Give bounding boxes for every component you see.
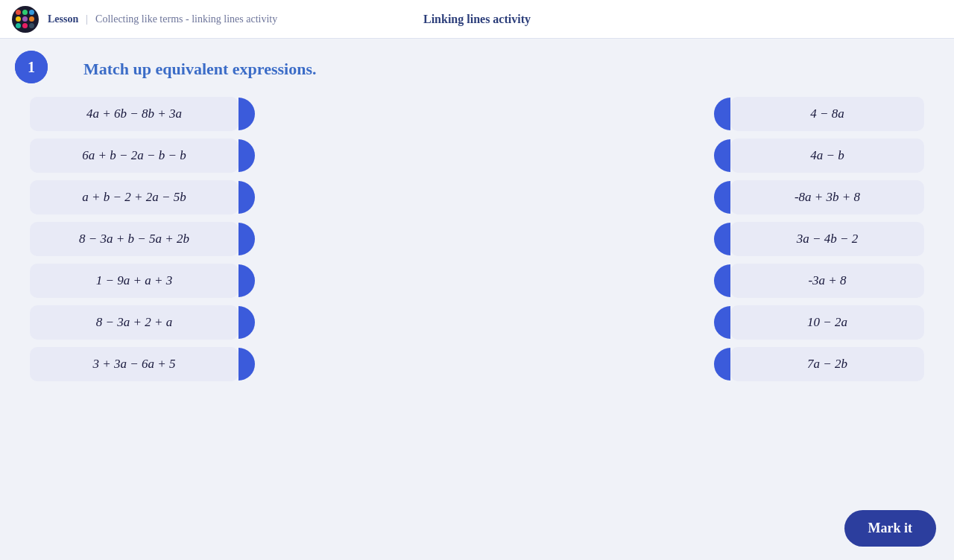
app-logo[interactable] bbox=[12, 6, 39, 33]
connector-left-3[interactable] bbox=[714, 181, 730, 214]
right-expr-box-1[interactable]: 4 − 8a bbox=[730, 97, 924, 131]
header: Lesson | Collecting like terms - linking… bbox=[0, 0, 954, 39]
right-expr-box-4[interactable]: 3a − 4b − 2 bbox=[730, 222, 924, 256]
left-expr-row-1[interactable]: 4a + 6b − 8b + 3a bbox=[30, 97, 447, 131]
left-expr-box-6[interactable]: 8 − 3a + 2 + a bbox=[30, 305, 238, 340]
header-separator: | bbox=[86, 13, 88, 25]
right-expr-row-7[interactable]: 7a − 2b bbox=[714, 347, 924, 381]
connector-left-6[interactable] bbox=[714, 306, 730, 339]
left-expr-row-6[interactable]: 8 − 3a + 2 + a bbox=[30, 305, 447, 340]
left-expr-row-7[interactable]: 3 + 3a − 6a + 5 bbox=[30, 347, 447, 381]
page-title: Linking lines activity bbox=[405, 13, 549, 26]
right-expr-row-6[interactable]: 10 − 2a bbox=[714, 305, 924, 340]
left-expr-box-3[interactable]: a + b − 2 + 2a − 5b bbox=[30, 180, 238, 214]
right-expr-box-3[interactable]: -8a + 3b + 8 bbox=[730, 180, 924, 214]
connector-left-7[interactable] bbox=[714, 348, 730, 381]
left-expr-box-4[interactable]: 8 − 3a + b − 5a + 2b bbox=[30, 222, 238, 256]
right-expr-row-5[interactable]: -3a + 8 bbox=[714, 264, 924, 298]
connector-left-4[interactable] bbox=[714, 223, 730, 255]
right-expr-row-2[interactable]: 4a − b bbox=[714, 139, 924, 173]
right-expr-row-1[interactable]: 4 − 8a bbox=[714, 97, 924, 131]
left-expr-row-5[interactable]: 1 − 9a + a + 3 bbox=[30, 264, 447, 298]
connector-right-2[interactable] bbox=[238, 139, 255, 172]
left-expressions: 4a + 6b − 8b + 3a 6a + b − 2a − b − b a … bbox=[30, 97, 447, 381]
right-expr-row-3[interactable]: -8a + 3b + 8 bbox=[714, 180, 924, 214]
left-expr-box-2[interactable]: 6a + b − 2a − b − b bbox=[30, 139, 238, 173]
lesson-label[interactable]: Lesson bbox=[48, 13, 78, 25]
connector-right-5[interactable] bbox=[238, 264, 255, 297]
left-expr-row-2[interactable]: 6a + b − 2a − b − b bbox=[30, 139, 447, 173]
left-expr-row-3[interactable]: a + b − 2 + 2a − 5b bbox=[30, 180, 447, 214]
right-expr-box-2[interactable]: 4a − b bbox=[730, 139, 924, 173]
right-expressions: 4 − 8a 4a − b -8a + 3b + 8 3a − 4b − 2 bbox=[507, 97, 924, 381]
left-expr-row-4[interactable]: 8 − 3a + b − 5a + 2b bbox=[30, 222, 447, 256]
connector-left-1[interactable] bbox=[714, 98, 730, 130]
connector-right-6[interactable] bbox=[238, 306, 255, 339]
connector-right-1[interactable] bbox=[238, 98, 255, 130]
middle-spacer bbox=[447, 97, 507, 381]
connector-right-3[interactable] bbox=[238, 181, 255, 214]
right-expr-box-6[interactable]: 10 − 2a bbox=[730, 305, 924, 340]
breadcrumb[interactable]: Collecting like terms - linking lines ac… bbox=[95, 13, 277, 25]
question-instruction: Match up equivalent expressions. bbox=[83, 60, 924, 79]
right-expr-row-4[interactable]: 3a − 4b − 2 bbox=[714, 222, 924, 256]
expressions-layout: 4a + 6b − 8b + 3a 6a + b − 2a − b − b a … bbox=[30, 97, 924, 381]
left-expr-box-7[interactable]: 3 + 3a − 6a + 5 bbox=[30, 347, 238, 381]
question-badge-right: 1 bbox=[15, 51, 48, 83]
logo-dots bbox=[16, 10, 35, 29]
connector-right-7[interactable] bbox=[238, 348, 255, 381]
right-expr-box-7[interactable]: 7a − 2b bbox=[730, 347, 924, 381]
connector-left-2[interactable] bbox=[714, 139, 730, 172]
right-expr-box-5[interactable]: -3a + 8 bbox=[730, 264, 924, 298]
main-content: 1 1 Match up equivalent expressions. 4a … bbox=[0, 39, 954, 560]
left-expr-box-1[interactable]: 4a + 6b − 8b + 3a bbox=[30, 97, 238, 131]
connector-left-5[interactable] bbox=[714, 264, 730, 297]
left-expr-box-5[interactable]: 1 − 9a + a + 3 bbox=[30, 264, 238, 298]
mark-it-button[interactable]: Mark it bbox=[844, 510, 936, 547]
connector-right-4[interactable] bbox=[238, 223, 255, 255]
